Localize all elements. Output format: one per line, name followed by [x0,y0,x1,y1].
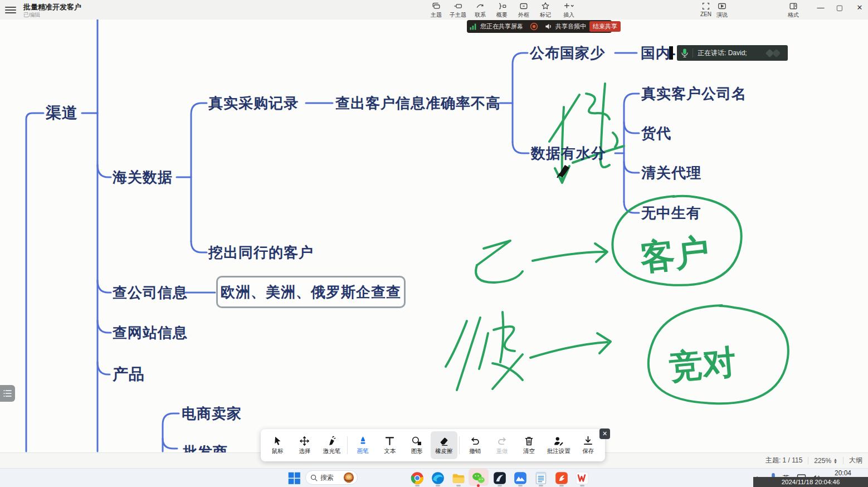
zoom-stepper-icon[interactable]: ▲▼ [833,458,837,464]
chrome-icon[interactable] [410,471,425,485]
file-explorer-icon[interactable] [451,471,466,485]
sharing-screen-text: 您正在共享屏幕 [480,22,523,31]
node-padded-data[interactable]: 数据有水分 [531,144,606,163]
notepad-app-icon[interactable] [534,471,548,485]
minimize-button[interactable]: — [812,0,829,16]
app-indicator [456,485,461,486]
dark-app-icon[interactable] [492,471,507,485]
tool-brush[interactable]: 画笔 [349,431,377,459]
divider [843,457,843,464]
node-ecommerce[interactable]: 电商卖家 [182,404,242,423]
node-accuracy[interactable]: 查出客户信息准确率不高 [335,94,501,113]
node-clearance[interactable]: 清关代理 [641,163,701,183]
wechat-icon[interactable] [471,471,486,485]
outline-panel-button[interactable] [0,385,15,402]
node-website-info[interactable]: 查网站信息 [113,323,188,343]
ink-customer-text: 客户 [638,232,711,277]
toolbar-present[interactable]: 演说 [710,1,734,19]
toolbar-marker[interactable]: 标记 [533,1,558,19]
node-real-company[interactable]: 真实客户公司名 [641,84,747,104]
tool-undo[interactable]: 撤销 [461,431,489,459]
node-qichacha[interactable]: 欧洲、美洲、俄罗斯企查查 [216,276,406,308]
node-peer-customers[interactable]: 挖出同行的客户 [208,243,314,262]
toolbar-summary[interactable]: 概要 [490,1,514,19]
menu-icon[interactable] [5,5,16,14]
close-button[interactable]: ✕ [851,0,868,16]
insert-icon [562,1,576,11]
node-product[interactable]: 产品 [113,364,145,385]
node-wholesale[interactable]: 批发商 [183,442,228,452]
search-icon [310,474,318,481]
marker-icon [540,1,551,11]
tool-select[interactable]: 选择 [291,431,319,459]
mountain-app-icon[interactable] [513,471,528,485]
subtopic-icon [452,1,464,11]
node-purchase-records[interactable]: 真实采购记录 [208,94,299,113]
toolbar-subtopic[interactable]: 子主题 [446,1,470,19]
wps-icon[interactable] [575,471,589,485]
node-few-countries[interactable]: 公布国家少 [530,43,605,63]
tool-annotation-settings[interactable]: 批注设置 [543,431,575,459]
app-indicator [518,485,523,486]
search-input[interactable]: 搜索 [305,470,358,485]
outline-toggle[interactable]: 大纲 [849,456,862,465]
taskbar-clock[interactable]: 20:04 [835,469,851,477]
topic-icon [431,1,442,11]
laser-pointer-icon [326,435,338,447]
orange-app-icon[interactable] [554,471,569,485]
search-highlight-image [343,471,355,484]
ink-arrow-2 [530,342,607,358]
move-select-icon [299,435,310,447]
tool-eraser[interactable]: 橡皮擦 [431,431,458,459]
end-share-button[interactable]: 结束共享 [589,21,621,32]
node-company-info[interactable]: 查公司信息 [113,283,188,303]
node-fabricated[interactable]: 无中生有 [641,203,701,223]
redo-icon [496,435,508,447]
toolbar-boundary[interactable]: 外框 [511,1,536,19]
divider [693,48,693,57]
ink-arrow-1 [533,252,605,261]
node-freight[interactable]: 货代 [641,124,671,143]
app-indicator [498,485,502,486]
summary-icon [496,1,508,11]
tool-redo[interactable]: 重做 [489,431,516,459]
format-icon [788,1,799,11]
record-icon[interactable] [530,22,538,31]
tool-mouse[interactable]: 鼠标 [264,431,291,459]
tool-laser[interactable]: 激光笔 [318,431,345,459]
edge-icon[interactable] [431,471,445,485]
app-indicator [580,485,584,486]
outline-icon [3,389,12,397]
zoom-control[interactable]: 225% ▲▼ [814,457,837,465]
tool-clear[interactable]: 清空 [515,431,543,459]
annotation-toolbar: 鼠标 选择 激光笔 画笔 文本 图形 橡皮擦 撤销 [261,429,605,461]
app-window: 客户 竞对 渠道 海关数据 真实采购记录 查出客户信息准确率不高 公布国家少 国… [0,0,868,487]
divider [459,436,460,454]
tool-save[interactable]: 保存 [574,431,602,459]
start-button[interactable] [287,471,301,485]
eraser-icon [438,435,450,447]
document-status: 已编辑 [23,11,40,19]
tool-text[interactable]: 文本 [376,431,403,459]
search-placeholder: 搜索 [320,473,340,483]
divider [808,457,808,464]
pen-cursor-icon [557,165,569,178]
node-channel[interactable]: 渠道 [46,103,78,124]
tool-shape[interactable]: 图形 [403,431,431,459]
app-indicator [436,485,440,486]
microphone-icon [681,48,688,58]
toolbar-topic[interactable]: 主题 [424,1,448,19]
annotation-close-button[interactable]: ✕ [599,428,610,439]
toolbar-relationship[interactable]: 联系 [468,1,492,19]
text-tool-icon [384,435,396,447]
toolbar-insert[interactable]: 插入 [557,1,581,19]
ink-circle-competitor [648,305,788,403]
node-customs[interactable]: 海关数据 [113,168,173,187]
zoom-level: 225% [814,457,831,465]
screen-share-banner: 您正在共享屏幕 共享音频中 结束共享 [467,20,612,33]
trash-icon [523,435,535,447]
toolbar-format[interactable]: 格式 [781,1,806,19]
speaking-text: 正在讲话: David; [698,48,747,58]
maximize-button[interactable]: ▢ [831,0,848,16]
ink-competitor-text: 竞对 [667,343,737,386]
